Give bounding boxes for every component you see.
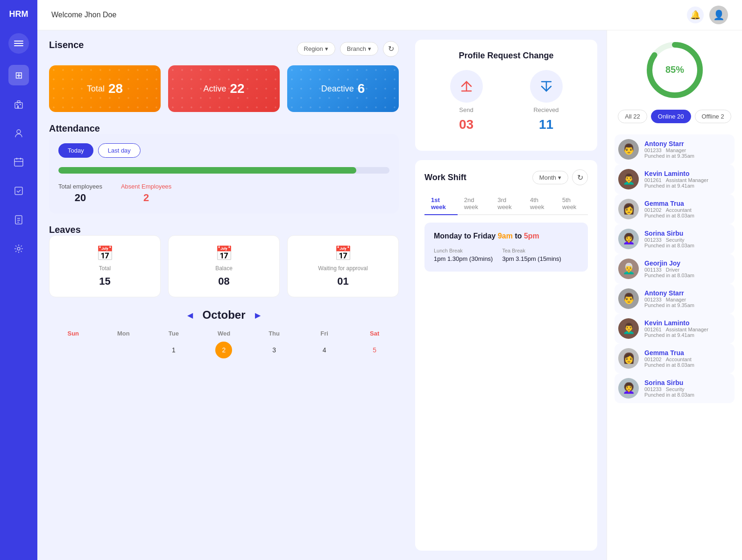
sidebar-item-building[interactable] — [8, 94, 29, 114]
app-logo: HRM — [9, 9, 28, 19]
employee-avatar: 👨‍🦱 — [618, 318, 639, 339]
status-all-button[interactable]: All 22 — [618, 110, 647, 123]
leaves-balance-icon: 📅 — [215, 245, 233, 261]
attendance-title: Attendance — [49, 123, 100, 133]
week-tab-3[interactable]: 3rd week — [491, 193, 524, 215]
week-tab-5[interactable]: 5th week — [556, 193, 588, 215]
status-online-button[interactable]: Online 20 — [651, 110, 691, 123]
received-label: Recieved — [533, 106, 558, 113]
tab-lastday[interactable]: Last day — [98, 143, 141, 158]
donut-chart-wrap: 85% — [615, 40, 735, 100]
employee-avatar: 👨 — [618, 288, 639, 309]
card-dots — [49, 65, 161, 112]
sidebar-item-settings[interactable] — [8, 238, 29, 259]
employee-item[interactable]: 👩‍🦱 Sorina Sirbu 001233 Security Punched… — [615, 373, 735, 403]
menu-button[interactable] — [8, 33, 29, 54]
employee-info: Georjin Joy 001133 Driver Punched in at … — [644, 259, 731, 278]
cal-day-1[interactable]: 1 — [165, 342, 182, 358]
employee-name: Kevin Laminto — [644, 319, 731, 327]
employee-item[interactable]: 👩 Gemma Trua 001202 Accountant Punched i… — [615, 194, 735, 224]
status-offline-button[interactable]: Offline 2 — [695, 110, 731, 123]
employee-details: 001233 Manager — [644, 147, 731, 153]
employee-info: Kevin Laminto 001261 Assistant Manager P… — [644, 170, 731, 189]
region-filter[interactable]: Region ▾ — [297, 42, 335, 56]
leaves-waiting-card: 📅 Waiting for approval 01 — [287, 235, 399, 297]
sidebar-item-dashboard[interactable]: ⊞ — [8, 65, 29, 85]
employee-details: 001233 Security — [644, 386, 731, 392]
svg-rect-1 — [14, 43, 23, 44]
employee-item[interactable]: 👩‍🦱 Sorina Sirbu 001233 Security Punched… — [615, 224, 735, 254]
sidebar-item-reports[interactable] — [8, 210, 29, 230]
cal-day-2[interactable]: 2 — [215, 342, 232, 358]
header: Welcome Jhon Doe 🔔 👤 — [37, 0, 742, 30]
week-tab-2[interactable]: 2nd week — [458, 193, 491, 215]
user-avatar[interactable]: 👤 — [709, 6, 728, 24]
svg-point-12 — [17, 247, 20, 250]
licence-filters: Region ▾ Branch ▾ ↻ — [297, 41, 399, 57]
leaves-title: Leaves — [49, 224, 81, 235]
svg-rect-4 — [17, 101, 20, 103]
send-request-wrap: Send 03 — [450, 70, 483, 132]
cal-day-empty — [65, 342, 82, 358]
next-month-button[interactable]: ▶ — [255, 311, 261, 320]
employee-item[interactable]: 👨 Antony Starr 001233 Manager Punched in… — [615, 284, 735, 314]
shift-filters: Month ▾ ↻ — [532, 169, 588, 185]
day-header-wed: Wed — [200, 327, 248, 340]
employee-item[interactable]: 👨‍🦱 Kevin Laminto 001261 Assistant Manag… — [615, 164, 735, 194]
employee-details: 001233 Security — [644, 237, 731, 243]
employee-id: 001233 — [644, 297, 662, 302]
week-tabs: 1st week 2nd week 3rd week 4th week 5th … — [424, 193, 588, 215]
tab-today[interactable]: Today — [58, 143, 93, 158]
employee-role: Assistant Manager — [666, 177, 708, 183]
branch-filter[interactable]: Branch ▾ — [340, 42, 378, 56]
sidebar-item-users[interactable] — [8, 123, 29, 143]
profile-request-section: Profile Request Change Send 03 — [415, 40, 597, 151]
donut-chart: 85% — [644, 40, 705, 100]
leaves-waiting-label: Waiting for approval — [318, 265, 367, 272]
licence-title: Lisence — [49, 40, 84, 50]
calendar-section: ◀ October ▶ Sun Mon Tue Wed Thu Fri Sat — [49, 308, 399, 358]
leaves-waiting-value: 01 — [337, 275, 348, 287]
cal-day-5[interactable]: 5 — [366, 342, 383, 358]
employee-details: 001202 Accountant — [644, 357, 731, 362]
sidebar-item-tasks[interactable] — [8, 181, 29, 201]
progress-fill — [58, 167, 356, 174]
tea-break-label: Tea Break — [502, 248, 561, 253]
received-value: 11 — [539, 117, 553, 132]
employee-info: Gemma Trua 001202 Accountant Punched in … — [644, 349, 731, 368]
employee-item[interactable]: 👩 Gemma Trua 001202 Accountant Punched i… — [615, 343, 735, 373]
sidebar-item-calendar[interactable] — [8, 152, 29, 172]
welcome-text: Welcome Jhon Doe — [51, 11, 116, 19]
svg-rect-2 — [14, 45, 23, 46]
prev-month-button[interactable]: ◀ — [187, 311, 193, 320]
absent-label: Absent Employees — [121, 183, 171, 190]
leaves-total-card: 📅 Total 15 — [49, 235, 161, 297]
employee-item[interactable]: 👨 Antony Starr 001233 Manager Punched in… — [615, 134, 735, 164]
leaves-waiting-icon: 📅 — [334, 245, 352, 261]
attendance-card: Today Last day Total employees 20 Absent… — [49, 134, 399, 213]
cal-day-3[interactable]: 3 — [266, 342, 283, 358]
middle-panel: Profile Request Change Send 03 — [410, 30, 607, 560]
week-tab-4[interactable]: 4th week — [523, 193, 556, 215]
shift-start: 9am — [498, 232, 513, 240]
work-shift-section: Work Shift Month ▾ ↻ 1st week 2nd week 3… — [415, 160, 597, 551]
shift-title: Work Shift — [424, 173, 466, 182]
employee-id: 001202 — [644, 207, 662, 213]
svg-rect-11 — [15, 216, 22, 224]
shift-refresh-button[interactable]: ↻ — [572, 169, 588, 185]
left-panel: Lisence Region ▾ Branch ▾ ↻ — [37, 30, 410, 560]
licence-header: Lisence Region ▾ Branch ▾ ↻ — [49, 40, 399, 58]
notification-icon[interactable]: 🔔 — [687, 7, 704, 23]
cal-day-4[interactable]: 4 — [316, 342, 333, 358]
online-status-row: All 22 Online 20 Offline 2 — [615, 110, 735, 123]
licence-refresh-button[interactable]: ↻ — [383, 41, 399, 57]
employee-item[interactable]: 👨‍🦳 Georjin Joy 001133 Driver Punched in… — [615, 254, 735, 284]
tea-break: Tea Break 3pm 3.15pm (15mins) — [502, 248, 561, 262]
employee-avatar: 👨‍🦱 — [618, 169, 639, 189]
employee-punch: Punched in at 9.35am — [644, 302, 731, 308]
employee-item[interactable]: 👨‍🦱 Kevin Laminto 001261 Assistant Manag… — [615, 314, 735, 343]
week-tab-1[interactable]: 1st week — [424, 193, 458, 215]
sidebar: HRM ⊞ — [0, 0, 37, 560]
month-filter[interactable]: Month ▾ — [532, 171, 568, 184]
shift-connector: to — [515, 232, 524, 240]
